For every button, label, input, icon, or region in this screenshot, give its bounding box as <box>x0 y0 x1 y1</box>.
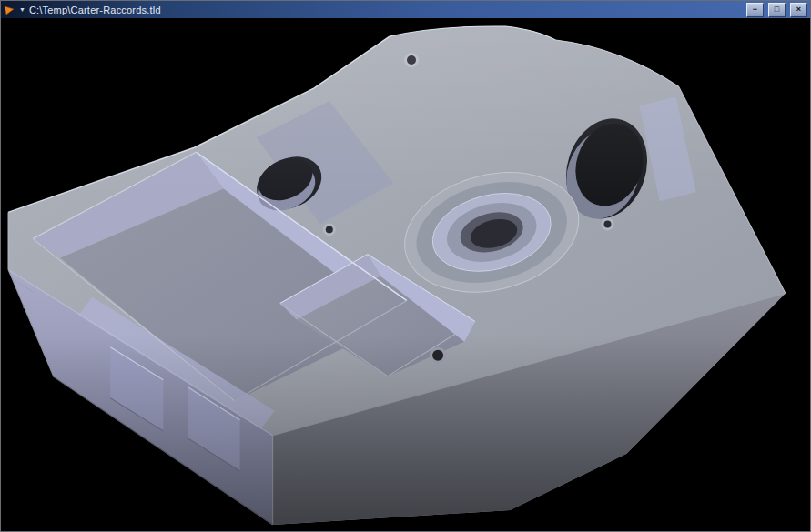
maximize-button[interactable]: □ <box>768 3 786 17</box>
window-title: C:\Temp\Carter-Raccords.tld <box>29 5 742 15</box>
app-window: ▼ C:\Temp\Carter-Raccords.tld − □ × <box>0 0 811 532</box>
app-icon <box>4 5 15 15</box>
app-icon-shape <box>5 6 14 15</box>
chevron-down-icon[interactable]: ▼ <box>19 6 25 13</box>
3d-viewport[interactable] <box>1 19 810 531</box>
cad-model <box>8 26 786 525</box>
minimize-button[interactable]: − <box>746 3 764 17</box>
model-canvas <box>1 19 810 531</box>
model-sheen <box>8 26 786 525</box>
titlebar[interactable]: ▼ C:\Temp\Carter-Raccords.tld − □ × <box>1 1 810 19</box>
close-button[interactable]: × <box>790 3 807 17</box>
